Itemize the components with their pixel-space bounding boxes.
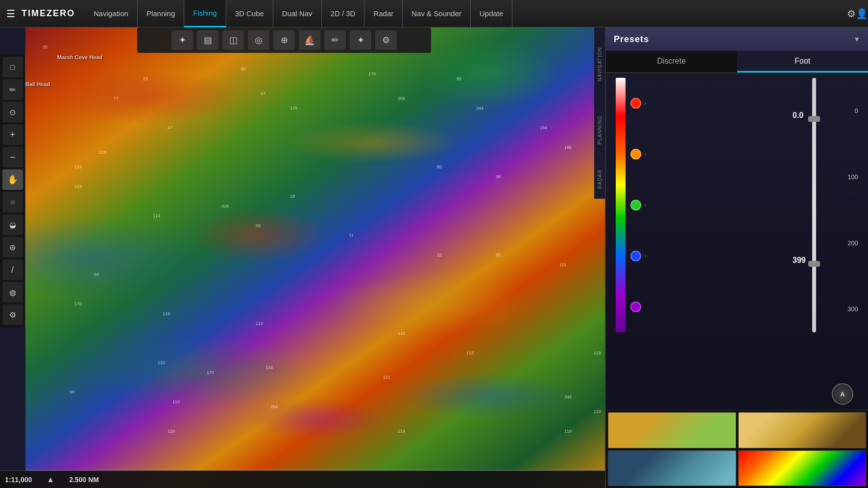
gear-tool-btn[interactable]: ⚙ bbox=[375, 30, 397, 50]
red-arrow-icon: › bbox=[644, 100, 646, 107]
compass-button[interactable]: A bbox=[832, 383, 853, 405]
pan-tool[interactable]: ✋ bbox=[2, 169, 23, 190]
topbar: ☰ TIMEZERO Navigation Planning Fishing 3… bbox=[0, 0, 868, 27]
planning-vert-label: PLANNING bbox=[594, 101, 605, 160]
map-canvas[interactable]: Marsh Cove Head Ball Head 23 77 47 90 67… bbox=[25, 27, 605, 488]
blue-arrow-icon: › bbox=[644, 253, 646, 259]
globe-tool[interactable]: ◒ bbox=[2, 214, 23, 235]
thumbnails-panel bbox=[606, 410, 868, 488]
app-logo: TIMEZERO bbox=[22, 8, 75, 19]
presets-chevron-icon[interactable]: ▼ bbox=[853, 35, 860, 43]
map-scale: 1:11,000 bbox=[5, 476, 32, 484]
green-arrow-icon: › bbox=[644, 202, 646, 209]
blue-swatch[interactable] bbox=[630, 251, 641, 261]
planning-vert-text: PLANNING bbox=[597, 116, 603, 144]
zoom-out-tool[interactable]: − bbox=[2, 147, 23, 167]
scale-200: 200 bbox=[829, 239, 858, 247]
compass-tool-btn[interactable]: ✦ bbox=[171, 30, 193, 50]
scale-300: 300 bbox=[829, 305, 858, 313]
thumbnail-coral[interactable] bbox=[738, 412, 867, 448]
config-tool[interactable]: ⚙ bbox=[2, 304, 23, 325]
route-tool-btn[interactable]: ⛵ bbox=[299, 30, 320, 50]
green-color-stop[interactable]: › bbox=[630, 200, 646, 210]
target-tool-btn[interactable]: ⊕ bbox=[273, 30, 295, 50]
presets-title: Presets bbox=[614, 34, 649, 45]
thumbnail-warm[interactable] bbox=[608, 412, 736, 448]
status-bar: 1:11,000 ▲ 2.500 NM bbox=[0, 470, 605, 488]
color-stops: › › › › bbox=[630, 78, 646, 332]
radar-ring-tool-btn[interactable]: ◎ bbox=[248, 30, 269, 50]
select-tool[interactable]: ▢ bbox=[2, 57, 23, 77]
navigation-vert-text: NAVIGATION bbox=[597, 47, 603, 81]
tab-update[interactable]: Update bbox=[471, 0, 512, 27]
circle-tool[interactable]: ○ bbox=[2, 192, 23, 212]
tab-fishing[interactable]: Fishing bbox=[184, 0, 226, 27]
scale-0: 0 bbox=[829, 107, 858, 115]
tab-nav-sounder[interactable]: Nav & Sounder bbox=[403, 0, 471, 27]
waypoints-tool-btn[interactable]: ✦ bbox=[350, 30, 371, 50]
scale-labels: 0 100 200 300 bbox=[829, 73, 858, 347]
crosshair-tool[interactable]: ⊛ bbox=[2, 237, 23, 257]
layers-tool[interactable]: ◍ bbox=[2, 282, 23, 302]
measure-tool[interactable]: ⊙ bbox=[2, 102, 23, 122]
distance-display: 2.500 NM bbox=[69, 476, 99, 484]
right-panel: Presets ▼ Discrete Foot › › › bbox=[605, 27, 868, 488]
orange-arrow-icon: › bbox=[644, 151, 646, 158]
tab-dual-nav[interactable]: Dual Nav bbox=[273, 0, 322, 27]
radar-vert-text: RADAR bbox=[597, 169, 603, 189]
gradient-bar-container bbox=[611, 73, 630, 347]
thumbnail-chart[interactable] bbox=[608, 450, 736, 487]
green-swatch[interactable] bbox=[630, 200, 641, 210]
scale-100: 100 bbox=[829, 173, 858, 181]
purple-swatch[interactable] bbox=[630, 302, 641, 312]
slider-value-bottom: 399 bbox=[793, 256, 806, 265]
chart-tool-btn[interactable]: ◫ bbox=[222, 30, 244, 50]
tab-radar[interactable]: Radar bbox=[364, 0, 403, 27]
map-area[interactable]: Marsh Cove Head Ball Head 23 77 47 90 67… bbox=[25, 27, 605, 488]
tab-planning[interactable]: Planning bbox=[138, 0, 184, 27]
red-color-stop[interactable]: › bbox=[630, 98, 646, 109]
thumbnail-gradient[interactable] bbox=[738, 450, 867, 487]
pencil-tool[interactable]: ✏ bbox=[2, 79, 23, 100]
orange-swatch[interactable] bbox=[630, 149, 641, 160]
nav-tabs: Navigation Planning Fishing 3D Cube Dual… bbox=[85, 0, 846, 27]
depth-area: › › › › 0 100 200 300 bbox=[606, 73, 868, 347]
layers-tool-btn[interactable]: ▤ bbox=[197, 30, 218, 50]
presets-header[interactable]: Presets ▼ bbox=[606, 27, 868, 51]
purple-color-stop[interactable] bbox=[630, 302, 646, 312]
gradient-bar bbox=[616, 78, 626, 332]
blue-color-stop[interactable]: › bbox=[630, 251, 646, 261]
red-swatch[interactable] bbox=[630, 98, 641, 109]
slider-track[interactable]: 0.0 399 bbox=[812, 78, 816, 332]
radar-vert-label: RADAR bbox=[594, 160, 605, 199]
north-arrow-icon: ▲ bbox=[47, 475, 54, 484]
slider-thumb-bottom[interactable] bbox=[808, 261, 820, 267]
pen-tool-btn[interactable]: ✏ bbox=[324, 30, 346, 50]
tab-navigation[interactable]: Navigation bbox=[85, 0, 138, 27]
slider-thumb-top[interactable] bbox=[808, 116, 820, 122]
zoom-in-tool[interactable]: + bbox=[2, 124, 23, 145]
slider-value-top: 0.0 bbox=[793, 111, 803, 120]
tab-discrete[interactable]: Discrete bbox=[606, 51, 737, 72]
hamburger-icon: ☰ bbox=[6, 8, 15, 20]
tab-3d-cube[interactable]: 3D Cube bbox=[226, 0, 273, 27]
ruler-tool[interactable]: / bbox=[2, 259, 23, 280]
tab-2d-3d[interactable]: 2D / 3D bbox=[322, 0, 365, 27]
depth-slider[interactable]: 0.0 399 bbox=[799, 73, 829, 347]
tab-foot[interactable]: Foot bbox=[737, 51, 868, 72]
terrain-overlay bbox=[25, 27, 605, 488]
navigation-vert-label: NAVIGATION bbox=[594, 27, 605, 101]
settings-button[interactable]: ⚙👤 bbox=[846, 0, 868, 27]
orange-color-stop[interactable]: › bbox=[630, 149, 646, 160]
left-toolbar: ▢ ✏ ⊙ + − ✋ ○ ◒ ⊛ / ◍ ⚙ bbox=[0, 54, 25, 328]
depth-unit-tabs: Discrete Foot bbox=[606, 51, 868, 73]
toolbar: ✦ ▤ ◫ ◎ ⊕ ⛵ ✏ ✦ ⚙ bbox=[137, 27, 431, 53]
hamburger-button[interactable]: ☰ bbox=[0, 0, 22, 27]
